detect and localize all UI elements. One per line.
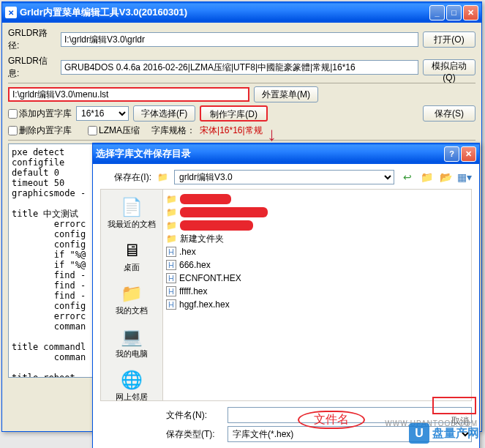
ext-menu-button[interactable]: 外置菜单(M) xyxy=(254,86,318,102)
list-item[interactable]: 📁 xyxy=(166,193,468,206)
list-item[interactable]: H666.hex xyxy=(166,258,468,272)
list-item[interactable]: H.hex xyxy=(166,245,468,258)
font-spec-label: 字库规格： xyxy=(151,124,195,137)
redacted xyxy=(180,220,253,231)
info-input[interactable] xyxy=(61,60,418,75)
folder-icon: 📁 xyxy=(166,220,177,231)
del-font-checkbox[interactable]: 删除内置字库 xyxy=(8,124,72,137)
open-button[interactable]: 打开(O) xyxy=(423,31,475,48)
menu-path-input[interactable] xyxy=(8,87,249,102)
app-icon: ✕ xyxy=(5,7,17,18)
folder-icon: 📁 xyxy=(166,194,177,204)
list-item[interactable]: 📁 xyxy=(166,219,468,232)
maximize-button[interactable]: □ xyxy=(446,5,462,20)
sim-button[interactable]: 模拟启动(Q) xyxy=(423,59,475,75)
list-item[interactable]: 📁 xyxy=(166,206,468,219)
dialog-close-button[interactable]: ✕ xyxy=(461,146,476,162)
hex-file-icon: H xyxy=(166,273,176,283)
place-desktop[interactable]: 🖥桌面 xyxy=(120,239,143,273)
font-spec-value: 宋体|16*16|常规 xyxy=(200,124,263,137)
filename-annotation: 文件名 xyxy=(298,411,365,429)
dialog-titlebar[interactable]: 选择字库文件保存目录 ? ✕ xyxy=(93,143,479,164)
places-bar: 📄我最近的文档 🖥桌面 📁我的文档 💻我的电脑 🌐网上邻居 xyxy=(100,189,163,401)
path-input[interactable] xyxy=(61,32,418,47)
font-size-combo[interactable]: 16*16 xyxy=(76,106,129,121)
folder-icon: 📁 xyxy=(157,172,168,182)
save-button[interactable]: 保存(S) xyxy=(423,105,475,122)
save-btn-annotation xyxy=(432,397,476,414)
font-select-button[interactable]: 字体选择(F) xyxy=(133,105,195,122)
savein-label: 保存在(I): xyxy=(100,171,151,184)
dialog-help-button[interactable]: ? xyxy=(444,146,459,162)
hex-file-icon: H xyxy=(166,247,176,257)
main-title: Grldr内置菜单编辑工具V3.0(20160301) xyxy=(20,6,429,19)
hex-file-icon: H xyxy=(166,286,176,296)
dialog-title: 选择字库文件保存目录 xyxy=(96,147,444,160)
close-button[interactable]: ✕ xyxy=(463,5,478,20)
save-dialog: 选择字库文件保存目录 ? ✕ 保存在(I): 📁 grldr编辑V3.0 ↩ 📁… xyxy=(92,143,480,448)
list-item[interactable]: Hhggf.hex.hex xyxy=(166,298,468,311)
up-icon[interactable]: 📁 xyxy=(419,170,434,184)
lzma-checkbox[interactable]: LZMA压缩 xyxy=(88,124,140,137)
filename-label: 文件名(N): xyxy=(166,409,222,422)
list-item[interactable]: 📁新建文件夹 xyxy=(166,232,468,245)
list-item[interactable]: HECNFONT.HEX xyxy=(166,272,468,285)
make-font-button[interactable]: 制作字库(D) xyxy=(200,105,268,122)
watermark: U 盘量产网 xyxy=(409,423,479,444)
place-mydocs[interactable]: 📁我的文档 xyxy=(116,282,148,316)
place-mycomp[interactable]: 💻我的电脑 xyxy=(116,325,148,359)
minimize-button[interactable]: _ xyxy=(429,5,445,20)
hex-file-icon: H xyxy=(166,260,176,270)
folder-icon: 📁 xyxy=(166,234,177,244)
list-item[interactable]: Hfffff.hex xyxy=(166,285,468,298)
folder-icon: 📁 xyxy=(166,207,177,217)
hex-file-icon: H xyxy=(166,299,176,310)
path-label: GRLDR路径: xyxy=(8,27,56,52)
redacted xyxy=(180,207,268,217)
watermark-icon: U xyxy=(409,423,429,444)
file-list[interactable]: 📁 📁 📁 📁新建文件夹 H.hex H666.hex HECNFONT.HEX… xyxy=(163,189,472,401)
savein-combo[interactable]: grldr编辑V3.0 xyxy=(174,170,394,184)
back-icon[interactable]: ↩ xyxy=(400,170,415,184)
redacted xyxy=(180,194,231,204)
newfolder-icon[interactable]: 📂 xyxy=(438,170,453,184)
filetype-label: 保存类型(T): xyxy=(166,428,222,441)
add-font-checkbox[interactable]: 添加内置字库 xyxy=(8,108,72,120)
info-label: GRLDR信息: xyxy=(8,55,56,80)
place-network[interactable]: 🌐网上邻居 xyxy=(116,368,148,403)
views-icon[interactable]: ▦▾ xyxy=(457,170,472,184)
place-recent[interactable]: 📄我最近的文档 xyxy=(108,195,156,230)
main-titlebar[interactable]: ✕ Grldr内置菜单编辑工具V3.0(20160301) _ □ ✕ xyxy=(2,2,481,23)
